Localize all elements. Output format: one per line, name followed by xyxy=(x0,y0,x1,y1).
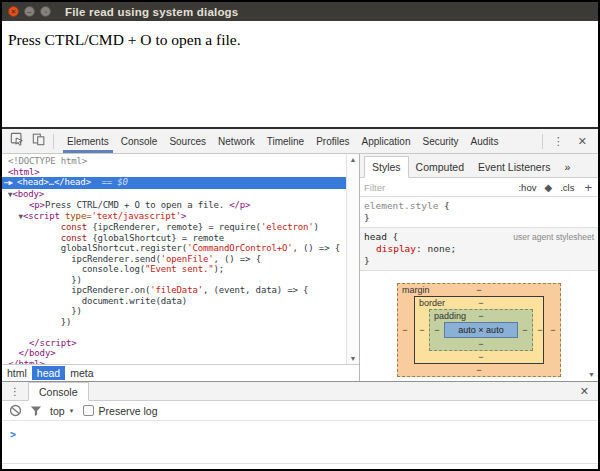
devtools: ElementsConsoleSourcesNetworkTimelinePro… xyxy=(2,127,598,469)
console-close-icon[interactable]: ✕ xyxy=(571,382,598,400)
breadcrumb-item-meta[interactable]: meta xyxy=(65,366,98,380)
page-body-text: Press CTRL/CMD + O to open a file. xyxy=(8,31,598,49)
border-bottom-value[interactable]: − xyxy=(478,352,483,362)
tab-sources[interactable]: Sources xyxy=(163,129,212,153)
dom-tree-line[interactable]: document.write(data) xyxy=(2,296,346,307)
style-rule-head[interactable]: head {user agent stylesheetdisplay: none… xyxy=(360,228,598,271)
styles-filter-row: :hov◆.cls+ xyxy=(360,178,598,197)
dom-tree-line[interactable]: <!DOCTYPE html> xyxy=(2,156,346,167)
console-toolbar: top ▼ Preserve log xyxy=(2,401,598,421)
margin-right-value[interactable]: − xyxy=(550,325,555,335)
tab-audits[interactable]: Audits xyxy=(465,129,505,153)
class-toggle[interactable]: .cls xyxy=(556,182,578,193)
sidebar-tab-more[interactable]: » xyxy=(557,157,577,177)
toolbar-divider xyxy=(542,134,543,149)
window-maximize-button[interactable]: ▫ xyxy=(40,6,51,17)
pseudo-state-toggle[interactable]: :hov xyxy=(514,182,540,193)
dom-tree-line[interactable]: ▼<script type='text/javascript'> xyxy=(2,211,346,223)
dom-tree-line[interactable] xyxy=(2,327,346,338)
dom-tree-line[interactable]: ⋯▶ <head>…</head> == $0 xyxy=(2,177,346,189)
devtools-tabs: ElementsConsoleSourcesNetworkTimelinePro… xyxy=(61,129,504,153)
style-rules: element.style {}head {user agent stylesh… xyxy=(360,197,598,271)
window-minimize-button[interactable]: – xyxy=(24,6,35,17)
dom-tree-line[interactable]: </body> xyxy=(2,348,346,359)
console-header: ⋮ Console ✕ xyxy=(2,382,598,401)
margin-label: margin xyxy=(402,285,430,295)
tab-console[interactable]: Console xyxy=(115,129,164,153)
dom-tree-line[interactable]: ipcRenderer.send('openFile', () => { xyxy=(2,254,346,265)
elements-scrollbar[interactable]: ▲ ▼ xyxy=(346,154,359,364)
tab-profiles[interactable]: Profiles xyxy=(310,129,355,153)
dom-tree-line[interactable]: ▼<body> xyxy=(2,189,346,201)
window-close-button[interactable]: ✕ xyxy=(8,6,19,17)
devtools-close-icon[interactable]: ✕ xyxy=(571,135,594,148)
padding-left-value[interactable]: − xyxy=(434,325,439,335)
dom-tree-line[interactable]: }) xyxy=(2,306,346,317)
margin-top-value[interactable]: − xyxy=(476,285,481,295)
inspect-cursor-icon xyxy=(10,132,24,150)
devtools-toolbar-right: ⋮ ✕ xyxy=(539,129,594,153)
breadcrumb-item-html[interactable]: html xyxy=(2,366,32,380)
scroll-down-icon[interactable]: ▼ xyxy=(350,355,357,362)
margin-bottom-value[interactable]: − xyxy=(476,365,481,375)
execution-context-selector[interactable]: top ▼ xyxy=(50,405,75,417)
dom-tree-line[interactable]: }) xyxy=(2,317,346,328)
border-left-value[interactable]: − xyxy=(419,325,424,335)
scroll-up-icon[interactable]: ▲ xyxy=(350,156,357,163)
console-menu-icon[interactable]: ⋮ xyxy=(2,382,28,400)
page-content: Press CTRL/CMD + O to open a file. xyxy=(2,21,598,127)
box-model-padding[interactable]: padding − − auto × auto − − xyxy=(429,309,533,351)
padding-top-value[interactable]: − xyxy=(478,311,483,321)
dom-tree-line[interactable]: const {globalShortcut} = remote xyxy=(2,233,346,244)
tab-timeline[interactable]: Timeline xyxy=(261,129,310,153)
box-model-content[interactable]: auto × auto xyxy=(444,322,518,338)
styles-scroll-down-icon[interactable]: ▼ xyxy=(588,371,595,378)
border-label: border xyxy=(419,298,445,308)
sidebar-tab-event-listeners[interactable]: Event Listeners xyxy=(471,157,557,177)
inspect-element-button[interactable] xyxy=(6,132,28,150)
device-toolbar-button[interactable] xyxy=(28,132,50,150)
console-drawer: ⋮ Console ✕ top ▼ xyxy=(2,381,598,469)
console-prompt-icon: > xyxy=(10,429,16,440)
dom-tree-line[interactable]: const {ipcRenderer, remote} = require('e… xyxy=(2,222,346,233)
box-model-border[interactable]: border − − padding − − auto × auto − − xyxy=(414,296,544,364)
dom-tree-line[interactable]: <p>Press CTRL/CMD + O to open a file. </… xyxy=(2,200,346,211)
tab-network[interactable]: Network xyxy=(212,129,261,153)
border-top-value[interactable]: − xyxy=(478,298,483,308)
styles-tabs: StylesComputedEvent Listeners» xyxy=(360,154,598,178)
dom-tree-line[interactable]: }) xyxy=(2,275,346,286)
devtools-menu-icon[interactable]: ⋮ xyxy=(546,135,571,148)
box-model-margin[interactable]: margin − − border − − padding − − auto ×… xyxy=(397,283,561,377)
tab-console-drawer[interactable]: Console xyxy=(28,382,89,401)
elements-panel: <!DOCTYPE html><html>⋯▶ <head>…</head> =… xyxy=(2,154,359,381)
sidebar-tab-computed[interactable]: Computed xyxy=(409,157,471,177)
preserve-log-checkbox[interactable] xyxy=(83,405,94,416)
devtools-toolbar: ElementsConsoleSourcesNetworkTimelinePro… xyxy=(2,129,598,154)
sidebar-tab-styles[interactable]: Styles xyxy=(364,156,409,178)
styles-filter-input[interactable] xyxy=(364,182,514,193)
dom-tree-line[interactable]: console.log("Event sent."); xyxy=(2,264,346,275)
border-right-value[interactable]: − xyxy=(537,325,542,335)
tab-elements[interactable]: Elements xyxy=(61,129,115,153)
styles-sidebar: StylesComputedEvent Listeners» :hov◆.cls… xyxy=(359,154,598,381)
filter-funnel-icon[interactable] xyxy=(30,405,42,417)
breadcrumb-item-head[interactable]: head xyxy=(32,366,65,380)
style-rule-element-style[interactable]: element.style {} xyxy=(360,197,598,228)
dom-tree-line[interactable]: </script> xyxy=(2,338,346,349)
console-body[interactable]: > xyxy=(2,421,598,469)
diamond-icon[interactable]: ◆ xyxy=(540,182,556,193)
style-filter-toggles: :hov◆.cls+ xyxy=(514,180,594,195)
dom-tree-line[interactable]: globalShortcut.register('CommandOrContro… xyxy=(2,243,346,254)
clear-console-icon[interactable] xyxy=(9,404,22,417)
padding-right-value[interactable]: − xyxy=(522,325,527,335)
tab-application[interactable]: Application xyxy=(356,129,417,153)
padding-bottom-value[interactable]: − xyxy=(478,339,483,349)
dom-tree-line[interactable]: ipcRenderer.on('fileData', (event, data)… xyxy=(2,285,346,296)
preserve-log-label: Preserve log xyxy=(99,405,158,417)
margin-left-value[interactable]: − xyxy=(402,325,407,335)
dom-tree-line[interactable]: <html> xyxy=(2,167,346,178)
new-style-rule-button[interactable]: + xyxy=(578,180,594,195)
tab-security[interactable]: Security xyxy=(416,129,464,153)
window-title: File read using system dialogs xyxy=(65,6,238,18)
device-toolbar-icon xyxy=(32,132,46,150)
